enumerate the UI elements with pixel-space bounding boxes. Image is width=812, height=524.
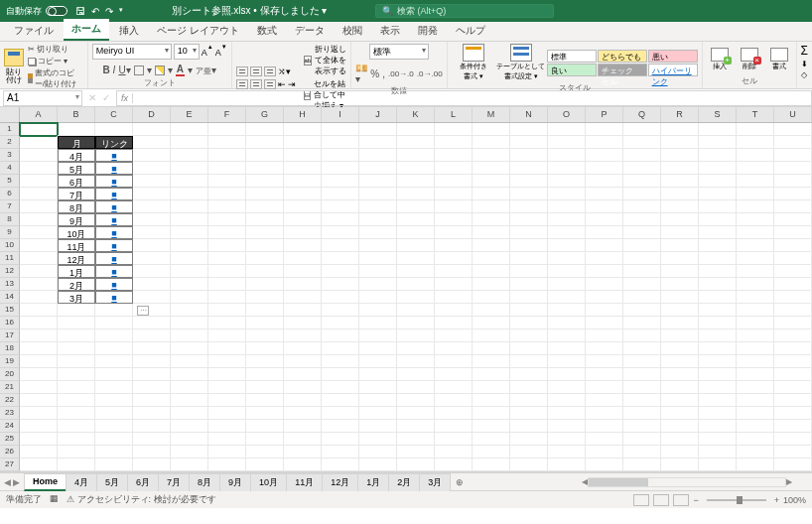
cell[interactable] [661, 317, 699, 329]
cell[interactable] [473, 355, 510, 368]
cell[interactable] [661, 394, 699, 407]
cell[interactable] [473, 239, 510, 252]
cell[interactable] [548, 252, 586, 265]
row-header[interactable]: 11 [0, 252, 20, 265]
cell[interactable] [133, 162, 171, 175]
cell[interactable] [737, 123, 774, 136]
cell[interactable] [322, 291, 359, 304]
cell[interactable] [435, 407, 473, 420]
cell[interactable] [322, 252, 359, 265]
cell[interactable]: 1月 [58, 265, 95, 278]
cell[interactable] [510, 291, 548, 304]
sheet-tab[interactable]: 9月 [219, 473, 251, 491]
zoom-out-button[interactable]: − [693, 495, 698, 505]
cell[interactable] [20, 304, 58, 317]
currency-icon[interactable]: 💴▾ [355, 63, 367, 84]
tab-view[interactable]: 表示 [372, 21, 408, 41]
cell[interactable] [661, 407, 699, 420]
cell[interactable] [58, 420, 95, 433]
cell[interactable] [699, 433, 737, 446]
cell[interactable] [623, 329, 661, 342]
cell[interactable] [473, 278, 510, 291]
cell[interactable] [20, 471, 58, 472]
cell[interactable] [322, 433, 359, 446]
cell[interactable] [586, 162, 623, 175]
cell[interactable] [20, 407, 58, 420]
cell[interactable] [435, 123, 473, 136]
cell[interactable] [586, 252, 623, 265]
cell[interactable] [359, 471, 397, 472]
cell[interactable] [322, 188, 359, 200]
cell[interactable] [133, 317, 171, 329]
cell[interactable] [246, 329, 284, 342]
cell[interactable] [20, 458, 58, 471]
wrap-text-button[interactable]: ab折り返して全体を表示する [304, 44, 347, 76]
cell[interactable] [208, 329, 246, 342]
cell[interactable] [284, 446, 322, 458]
cell[interactable] [774, 471, 812, 472]
cell[interactable] [510, 381, 548, 394]
cell[interactable] [661, 446, 699, 458]
cell[interactable] [246, 368, 284, 381]
cell[interactable] [246, 200, 284, 213]
cell[interactable] [661, 420, 699, 433]
cell[interactable] [548, 471, 586, 472]
cell[interactable] [737, 433, 774, 446]
cell[interactable] [737, 162, 774, 175]
cell[interactable] [623, 304, 661, 317]
cell[interactable]: ■ [95, 149, 133, 162]
cell[interactable] [284, 188, 322, 200]
cell[interactable] [246, 252, 284, 265]
formula-bar[interactable]: fx [116, 90, 812, 106]
sheet-tab[interactable]: 5月 [96, 473, 128, 491]
cell[interactable] [623, 291, 661, 304]
cell[interactable] [284, 317, 322, 329]
cell[interactable] [548, 239, 586, 252]
cell[interactable]: 5月 [58, 162, 95, 175]
cell[interactable] [548, 136, 586, 149]
cell[interactable] [284, 329, 322, 342]
cell[interactable] [246, 446, 284, 458]
cell[interactable] [586, 458, 623, 471]
tab-formulas[interactable]: 数式 [249, 21, 285, 41]
cell[interactable] [171, 265, 208, 278]
cell[interactable] [586, 471, 623, 472]
cell[interactable] [473, 407, 510, 420]
row-header[interactable]: 6 [0, 188, 20, 200]
row-header[interactable]: 1 [0, 123, 20, 136]
cell[interactable] [774, 188, 812, 200]
cell[interactable] [623, 226, 661, 239]
cell[interactable] [246, 381, 284, 394]
cell[interactable] [397, 394, 435, 407]
cell[interactable] [322, 458, 359, 471]
cell[interactable] [548, 200, 586, 213]
cell[interactable] [246, 226, 284, 239]
cell[interactable] [397, 317, 435, 329]
cell[interactable] [171, 407, 208, 420]
cell[interactable] [359, 342, 397, 355]
tab-pagelayout[interactable]: ページ レイアウト [149, 21, 247, 41]
cell[interactable] [397, 355, 435, 368]
cell[interactable] [359, 433, 397, 446]
cell[interactable] [133, 329, 171, 342]
font-name-select[interactable]: Meiryo UI [92, 44, 172, 60]
align-left-icon[interactable] [236, 79, 248, 89]
cell[interactable] [20, 420, 58, 433]
cell[interactable] [20, 329, 58, 342]
sheet-prev-icon[interactable]: ◀ [4, 477, 11, 487]
cell[interactable] [322, 213, 359, 226]
worksheet-grid[interactable]: ABCDEFGHIJKLMNOPQRSTU 12月リンク34月■45月■56月■… [0, 107, 812, 472]
cell[interactable] [510, 278, 548, 291]
cell[interactable] [737, 239, 774, 252]
cell[interactable] [95, 123, 133, 136]
cell[interactable] [774, 149, 812, 162]
cell[interactable] [208, 162, 246, 175]
cell[interactable]: 10月 [58, 226, 95, 239]
cell[interactable] [359, 175, 397, 188]
cell[interactable] [208, 291, 246, 304]
cell[interactable] [171, 368, 208, 381]
cell[interactable] [435, 394, 473, 407]
cell[interactable] [20, 355, 58, 368]
cell[interactable] [699, 136, 737, 149]
cell[interactable] [359, 278, 397, 291]
